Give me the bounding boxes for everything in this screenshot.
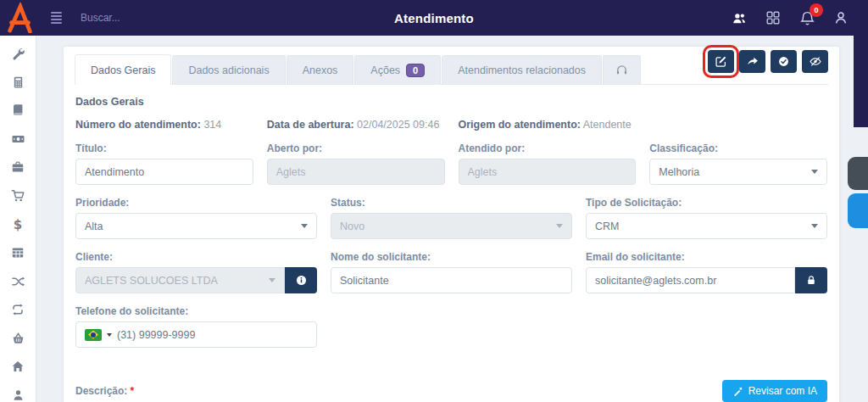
chevron-down-icon (301, 224, 308, 228)
aberto-por-field: Aberto por: (267, 142, 445, 185)
app-logo[interactable] (0, 0, 39, 36)
dados-gerais-panel: Dados Gerais Número do atendimento: 314 … (75, 85, 828, 402)
table-icon[interactable] (11, 246, 25, 260)
prioridade-select[interactable]: Alta (75, 213, 317, 239)
tab-dados-adicionais[interactable]: Dados adicionais (172, 55, 285, 84)
required-asterisk: * (130, 385, 134, 397)
aberto-por-input (267, 159, 445, 185)
classificacao-field: Classificação: Melhoria (649, 142, 827, 185)
acoes-count-badge: 0 (406, 64, 425, 77)
edit-pencil-icon (715, 55, 727, 68)
data-abertura: Data de abertura: 02/04/2025 09:46 (267, 119, 445, 131)
atendimento-card: Dados Gerais Dados adicionais Anexos Açõ… (64, 47, 839, 402)
tab-dados-gerais[interactable]: Dados Gerais (75, 54, 171, 85)
home-icon[interactable] (11, 360, 25, 374)
user-icon[interactable] (11, 388, 25, 402)
status-select: Novo (331, 213, 572, 239)
chevron-down-icon[interactable] (107, 333, 112, 337)
descricao-label: Descrição:* (75, 385, 134, 397)
notifications-bell-icon[interactable]: 0 (798, 9, 815, 26)
telefone-input[interactable] (117, 329, 244, 341)
repeat-icon[interactable] (11, 303, 25, 317)
visibility-button[interactable] (802, 50, 828, 73)
atendido-por-field: Atendido por: (459, 142, 637, 185)
shopping-basket-icon[interactable] (11, 332, 25, 346)
logo-a-icon (5, 3, 34, 33)
origem-atendimento: Origem do atendimento: Atendente (459, 119, 637, 131)
classificacao-select[interactable]: Melhoria (649, 159, 827, 185)
nome-solicitante-input[interactable] (331, 267, 572, 293)
brazil-flag-icon[interactable] (85, 329, 102, 341)
forward-button[interactable] (739, 50, 765, 73)
money-bill-icon[interactable] (11, 132, 25, 147)
top-header: Atendimento 0 (0, 0, 868, 36)
right-collapsed-panel (854, 36, 868, 127)
prioridade-field: Prioridade: Alta (75, 197, 317, 239)
left-sidebar: $ (0, 36, 36, 402)
meta-row: Número do atendimento: 314 Data de abert… (75, 119, 827, 131)
telefone-input-wrapper (75, 321, 317, 348)
section-title: Dados Gerais (75, 96, 827, 108)
chevron-down-icon (269, 278, 275, 282)
chevron-down-icon (811, 224, 818, 228)
cliente-select: AGLETS SOLUCOES LTDA (75, 267, 285, 293)
check-circle-icon (777, 55, 790, 68)
approve-button[interactable] (771, 50, 797, 73)
nome-solicitante-field: Nome do solicitante: (331, 251, 572, 293)
titulo-input[interactable] (75, 159, 253, 185)
tipo-solicitacao-select[interactable]: CRM (586, 213, 827, 239)
numero-atendimento: Número do atendimento: 314 (75, 119, 253, 131)
lock-icon (805, 274, 817, 287)
briefcase-icon[interactable] (11, 160, 25, 175)
tipo-solicitacao-field: Tipo de Solicitação: CRM (586, 197, 827, 239)
menu-toggle-icon[interactable] (51, 12, 62, 24)
chevron-down-icon (811, 170, 818, 174)
revisar-com-ia-button[interactable]: Revisar com IA (722, 380, 827, 402)
email-lock-button[interactable] (795, 267, 827, 293)
user-profile-icon[interactable] (832, 9, 849, 26)
titulo-field: Título: (75, 142, 253, 185)
calculator-icon[interactable] (11, 75, 25, 90)
cliente-info-button[interactable] (285, 267, 317, 293)
atendido-por-input (459, 159, 637, 185)
magic-wand-icon (732, 386, 743, 397)
email-solicitante-input[interactable] (586, 267, 795, 293)
tab-anexos[interactable]: Anexos (287, 55, 354, 84)
wrench-icon[interactable] (11, 47, 25, 61)
telefone-solicitante-field: Telefone do solicitante: (75, 305, 317, 348)
side-tab-blue[interactable] (848, 193, 868, 228)
apps-grid-icon[interactable] (765, 9, 782, 26)
headphones-icon (615, 64, 628, 76)
search-input[interactable] (81, 12, 216, 24)
chevron-down-icon (556, 224, 563, 228)
tabs-bar: Dados Gerais Dados adicionais Anexos Açõ… (75, 47, 828, 85)
eye-slash-icon (809, 55, 822, 68)
users-icon[interactable] (731, 9, 748, 26)
tab-atendimentos-relacionados[interactable]: Atendimentos relacionados (442, 55, 602, 84)
book-icon[interactable] (11, 103, 25, 118)
email-solicitante-field: Email do solicitante: (586, 251, 827, 293)
info-icon (295, 274, 308, 287)
edit-button[interactable] (708, 50, 734, 73)
side-tab-dark[interactable] (848, 157, 868, 190)
shopping-cart-icon[interactable] (11, 189, 25, 204)
forward-arrow-icon (746, 55, 760, 68)
cliente-field: Cliente: AGLETS SOLUCOES LTDA (75, 251, 317, 293)
tab-acoes[interactable]: Ações0 (354, 55, 441, 84)
status-field: Status: Novo (331, 197, 572, 239)
tab-headset[interactable] (603, 55, 641, 84)
notification-badge: 0 (810, 3, 823, 17)
shuffle-icon[interactable] (11, 275, 25, 289)
dollar-sign-icon[interactable]: $ (11, 217, 25, 232)
card-action-buttons (708, 50, 828, 73)
